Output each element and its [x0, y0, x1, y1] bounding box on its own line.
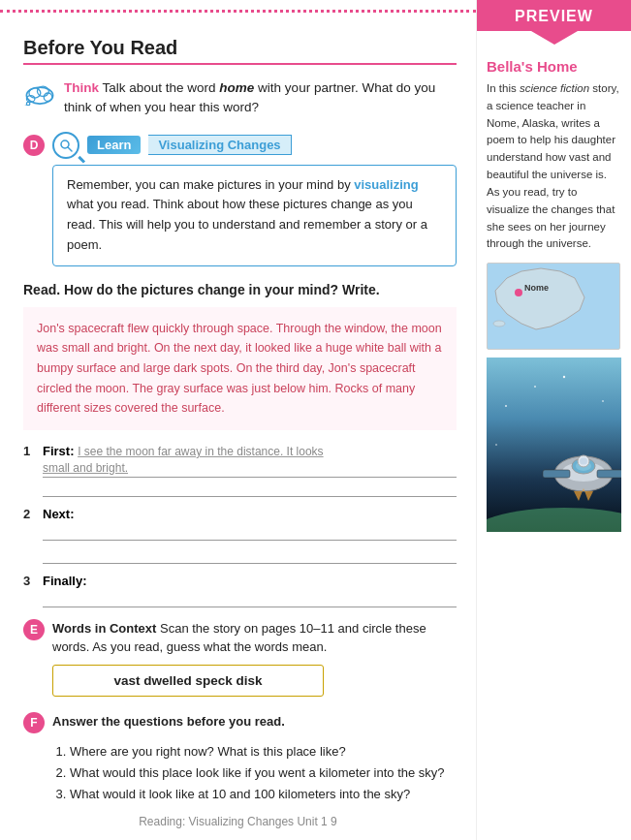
e-header: E Words in Context Scan the story on pag…: [23, 619, 457, 657]
space-svg: [487, 358, 621, 532]
story-box: Jon's spacecraft flew quickly through sp…: [23, 307, 457, 430]
words-box: vast dwelled speck disk: [52, 665, 324, 697]
learn-body2: what you read. Think about how these pic…: [67, 197, 427, 252]
preview-description: In this science fiction story, a science…: [487, 80, 621, 253]
learn-box: Remember, you can make pictures in your …: [52, 165, 457, 266]
learn-label: Learn: [97, 138, 131, 152]
answer-content-1: First: I see the moon far away in the di…: [43, 444, 457, 497]
svg-point-18: [602, 400, 604, 402]
preview-intro: In this: [487, 82, 520, 94]
think-icon: [23, 80, 56, 106]
answer-section: 1 First: I see the moon far away in the …: [23, 444, 457, 607]
answer-content-3: Finally:: [43, 574, 457, 607]
f-section: F Answer the questions before you read. …: [23, 712, 457, 805]
answer-item-1: 1 First: I see the moon far away in the …: [23, 444, 457, 497]
learn-body1: Remember, you can make pictures in your …: [67, 177, 354, 192]
questions-list: Where are you right now? What is this pl…: [52, 741, 457, 805]
svg-rect-30: [597, 470, 621, 478]
preview-header-label: PREVIEW: [515, 8, 593, 31]
learn-badge: Learn: [87, 136, 141, 154]
sidebar: PREVIEW Bella's Home In this science fic…: [476, 0, 631, 840]
answer-line-3a: [43, 590, 457, 607]
page-footer: Reading: Visualizing Changes Unit 1 9: [0, 815, 476, 828]
question-3: What would it look like at 10 and 100 ki…: [70, 784, 457, 805]
prefilled-1b: small and bright.: [43, 461, 128, 475]
f-header: F Answer the questions before you read.: [23, 712, 457, 733]
section-title: Before You Read: [23, 37, 457, 65]
answer-num-1: 1: [23, 444, 37, 458]
answer-label-1: First: I see the moon far away in the di…: [43, 444, 324, 458]
answer-item-3: 3 Finally:: [23, 574, 457, 607]
prefilled-1: I see the moon far away in the distance.…: [78, 445, 323, 458]
step-d-circle: D: [23, 135, 45, 156]
answer-line-1b: [43, 480, 457, 497]
answer-line-2b: [43, 546, 457, 564]
svg-point-20: [495, 444, 497, 446]
preview-text: story, a science teacher in Nome, Alaska…: [487, 82, 619, 249]
svg-point-17: [563, 376, 565, 378]
svg-rect-29: [543, 470, 570, 478]
space-image: [487, 358, 621, 532]
preview-header-wrap: PREVIEW: [477, 0, 631, 31]
main-content: Before You Read Think Talk about the wor…: [0, 0, 476, 840]
svg-line-8: [68, 147, 72, 151]
svg-point-12: [515, 289, 522, 296]
answer-line-2a: [43, 523, 457, 541]
think-body: Talk about the word home with your partn…: [64, 80, 435, 114]
words-section: E Words in Context Scan the story on pag…: [23, 619, 457, 697]
svg-point-28: [580, 458, 587, 465]
visualizing-word: visualizing: [354, 177, 418, 192]
question-2: What would this place look like if you w…: [70, 762, 457, 784]
map-svg: Nome: [488, 264, 620, 350]
map-container: Nome: [487, 263, 620, 350]
f-bold: Answer the questions before you read.: [52, 714, 285, 729]
think-text: Think Talk about the word home with your…: [64, 78, 457, 118]
answer-content-2: Next:: [43, 507, 457, 564]
preview-book-title: Bella's Home: [487, 58, 621, 75]
answer-line-1a: small and bright.: [43, 460, 457, 478]
read-prompt: Read. How do the pictures change in your…: [23, 282, 457, 297]
answer-label-2: Next:: [43, 507, 75, 521]
f-questions: Where are you right now? What is this pl…: [52, 741, 457, 805]
learn-section: D Learn Visualizing Changes Remember, yo…: [23, 132, 457, 266]
e-label: Words in Context Scan the story on pages…: [52, 619, 457, 657]
step-e-circle: E: [23, 619, 45, 640]
learn-header: D Learn Visualizing Changes: [23, 132, 457, 159]
preview-genre: science fiction: [520, 82, 589, 94]
story-text: Jon's spacecraft flew quickly through sp…: [37, 322, 442, 416]
question-1: Where are you right now? What is this pl…: [70, 741, 457, 762]
f-label: Answer the questions before you read.: [52, 712, 285, 731]
think-section: Think Talk about the word home with your…: [23, 78, 457, 118]
step-f-circle: F: [23, 712, 45, 733]
svg-text:Nome: Nome: [524, 283, 549, 293]
preview-body: Bella's Home In this science fiction sto…: [477, 48, 631, 532]
answer-label-3: Finally:: [43, 574, 87, 588]
answer-num-3: 3: [23, 574, 37, 588]
svg-point-3: [29, 88, 41, 98]
svg-point-11: [493, 321, 505, 327]
think-label: Think: [64, 80, 99, 95]
footer-text: Reading: Visualizing Changes Unit 1 9: [139, 815, 337, 828]
svg-point-16: [534, 386, 536, 388]
dotted-border: [0, 10, 476, 21]
answer-num-2: 2: [23, 507, 37, 521]
magnify-icon: [52, 132, 79, 159]
learn-topic: Visualizing Changes: [148, 135, 291, 155]
svg-point-5: [26, 102, 29, 105]
words-bold: Words in Context: [52, 621, 156, 636]
svg-rect-14: [487, 358, 621, 532]
answer-item-2: 2 Next:: [23, 507, 457, 564]
svg-point-15: [505, 405, 507, 407]
